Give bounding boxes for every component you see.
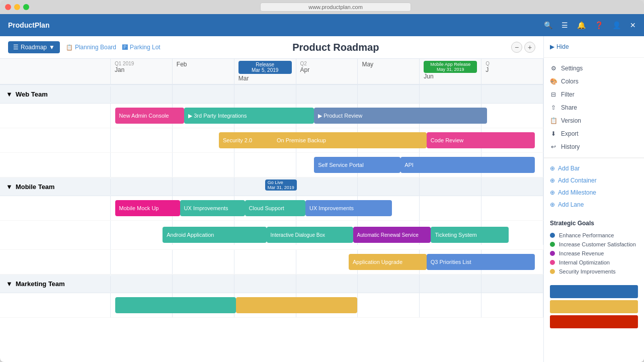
bar-q3-priorities[interactable]: Q3 Priorities List [427, 254, 535, 270]
mobile-app-release-badge: Mobile App Release May 31, 2019 [424, 61, 477, 73]
bar-label: ▶ 3rd Party Integrations [188, 113, 247, 119]
month-label-apr: Apr [300, 66, 310, 73]
add-container-button[interactable]: ⊕ Add Container [550, 174, 638, 187]
mobile-row-3-label [0, 250, 111, 274]
month-jul: Q J [481, 59, 543, 84]
menu-icon[interactable]: ☰ [561, 21, 568, 29]
mobile-team-label: ▼ Mobile Team [0, 179, 111, 195]
add-bar-button[interactable]: ⊕ Add Bar [550, 162, 638, 174]
zoom-out-button[interactable]: − [511, 42, 522, 53]
bar-ticketing-system[interactable]: Ticketing System [431, 227, 509, 243]
version-icon: 📋 [550, 117, 557, 124]
tcell [296, 177, 358, 196]
tcell [296, 275, 358, 293]
share-icon: ⇧ [550, 104, 557, 111]
marketing-team-name: Marketing Team [16, 280, 65, 288]
help-icon[interactable]: ❓ [595, 21, 603, 29]
colors-icon: 🎨 [550, 78, 557, 85]
sidebar-item-export[interactable]: ⬇ Export [550, 127, 638, 140]
roadmap-label: Roadmap [21, 44, 47, 51]
tcell [358, 85, 420, 103]
share-label: Share [561, 104, 577, 111]
hide-label: Hide [556, 43, 569, 50]
sidebar-item-share[interactable]: ⇧ Share [550, 101, 638, 114]
bar-code-review[interactable]: Code Review [427, 132, 535, 148]
bcell [173, 153, 234, 177]
close-icon[interactable]: ✕ [630, 21, 636, 29]
swatch-gold [550, 300, 638, 313]
parking-lot-button[interactable]: Parking Lot [122, 44, 160, 51]
swatch-red [550, 315, 638, 328]
release-date: Mar 5, 2019 [242, 67, 289, 73]
tcell [481, 85, 543, 103]
web-row-1: New Admin Console ▶ 3rd Party Integratio… [0, 104, 543, 128]
sidebar-item-history[interactable]: ↩ History [550, 140, 638, 153]
bar-security-on-premise[interactable]: Security 2.0 On Premise Backup [219, 132, 427, 148]
marketing-team-chevron[interactable]: ▼ [6, 280, 13, 288]
add-lane-button[interactable]: ⊕ Add Lane [550, 199, 638, 211]
tcell [111, 275, 173, 293]
bar-label: Mobile Mock Up [119, 205, 159, 211]
sidebar-item-colors[interactable]: 🎨 Colors [550, 75, 638, 88]
bar-interactive-dialogue[interactable]: Interactive Dialogue Box [267, 227, 353, 243]
minimize-button[interactable] [14, 4, 20, 10]
mobile-row-3: Application Upgrade Q3 Priorities List [0, 250, 543, 275]
month-label-jun: Jun [424, 73, 433, 80]
goal-item-customer: Increase Customer Satisfaction [550, 240, 638, 249]
month-label-feb: Feb [177, 61, 187, 68]
month-may: May [358, 59, 420, 84]
sidebar-item-version[interactable]: 📋 Version [550, 114, 638, 127]
app-body: ☰ Roadmap ▼ Planning Board Parking Lot P… [0, 36, 644, 362]
bell-icon[interactable]: 🔔 [577, 21, 586, 29]
sidebar-item-filter[interactable]: ⊟ Filter [550, 88, 638, 101]
add-milestone-icon: ⊕ [550, 189, 555, 196]
goal-dot-enhance [550, 233, 555, 238]
bar-mobile-mockup[interactable]: Mobile Mock Up [115, 200, 180, 216]
header-icons: 🔍 ☰ 🔔 ❓ 👤 ✕ [544, 21, 636, 29]
release-marker: Release Mar 5, 2019 [238, 61, 292, 74]
mobile-team-header: ▼ Mobile Team Go Live Mar 31, 2019 [0, 177, 543, 196]
bcell [173, 250, 234, 274]
sidebar-menu-section: ⚙ Settings 🎨 Colors ⊟ Filter ⇧ Share 📋 [544, 58, 644, 158]
bar-marketing-1[interactable] [115, 297, 236, 313]
version-label: Version [561, 117, 581, 124]
bar-product-review[interactable]: ▶ Product Review [314, 108, 487, 124]
tcell [420, 275, 481, 293]
timeline-scroll[interactable]: Q1 2019 Jan Feb Release Mar 5, 2019 [0, 59, 543, 362]
zoom-controls: − + [511, 42, 535, 53]
tcell [358, 177, 420, 196]
dropdown-icon: ▼ [49, 44, 55, 51]
bar-label: UX Improvements [309, 205, 354, 211]
bar-cloud-support[interactable]: Cloud Support [245, 200, 305, 216]
bar-api[interactable]: API [400, 157, 535, 173]
close-button[interactable] [5, 4, 11, 10]
bar-self-service-portal[interactable]: Self Service Portal [314, 157, 400, 173]
web-team-chevron[interactable]: ▼ [6, 90, 13, 98]
month-mar: Release Mar 5, 2019 Mar [234, 59, 296, 84]
bar-new-admin-console[interactable]: New Admin Console [115, 108, 185, 124]
search-icon[interactable]: 🔍 [544, 21, 552, 29]
bar-3rd-party-integrations[interactable]: ▶ 3rd Party Integrations [184, 108, 314, 124]
hide-button[interactable]: ▶ Hide [550, 40, 638, 53]
goal-label-customer: Increase Customer Satisfaction [559, 241, 636, 247]
roadmap-button[interactable]: ☰ Roadmap ▼ [8, 41, 60, 53]
bar-auto-renewal[interactable]: Automatic Renewal Service [353, 227, 431, 243]
goal-label-enhance: Enhance Performance [559, 232, 614, 238]
sidebar-item-settings[interactable]: ⚙ Settings [550, 62, 638, 75]
add-milestone-button[interactable]: ⊕ Add Milestone [550, 187, 638, 199]
bar-app-upgrade[interactable]: Application Upgrade [349, 254, 427, 270]
bar-ux-improvements-2[interactable]: UX Improvements [305, 200, 392, 216]
zoom-in-button[interactable]: + [524, 42, 535, 53]
maximize-button[interactable] [23, 4, 29, 10]
user-icon[interactable]: 👤 [612, 21, 621, 29]
bar-ux-improvements-1[interactable]: UX Improvements [180, 200, 245, 216]
months-header: Q1 2019 Jan Feb Release Mar 5, 2019 [0, 59, 543, 85]
page-title: Product Roadmap [177, 42, 495, 53]
url-bar[interactable]: www.productplan.com [260, 3, 411, 12]
bar-label: API [405, 162, 414, 168]
web-row-3: Self Service Portal API [0, 153, 543, 177]
planning-board-button[interactable]: Planning Board [66, 44, 116, 51]
bar-android-app[interactable]: Android Application [163, 227, 266, 243]
mobile-team-chevron[interactable]: ▼ [6, 183, 13, 191]
bar-marketing-2[interactable] [236, 297, 357, 313]
